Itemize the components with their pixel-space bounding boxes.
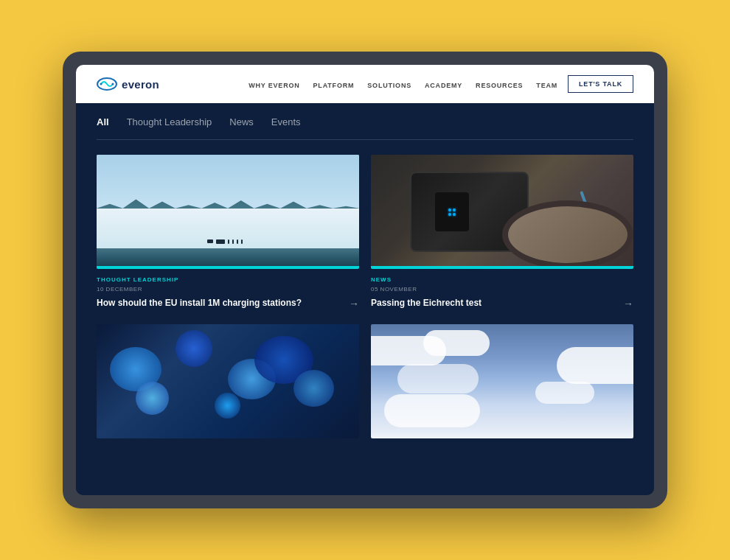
card-image-clouds xyxy=(371,324,633,438)
nav-item-academy[interactable]: ACADEMY xyxy=(425,77,462,91)
card-meta-1: THOUGHT LEADERSHIP 10 DECEMBER How shoul… xyxy=(97,269,359,312)
card-image-winter xyxy=(97,155,359,269)
everon-logo-icon xyxy=(97,77,117,91)
card-title-1: How should the EU install 1M charging st… xyxy=(97,297,302,309)
svg-point-1 xyxy=(100,83,102,85)
card-category-2: NEWS xyxy=(371,276,633,283)
card-title-2: Passing the Eichrecht test xyxy=(371,297,482,309)
card-date-2: 05 NOVEMBER xyxy=(371,286,633,293)
device-frame: everon WHY EVERON PLATFORM SOLUTIONS ACA… xyxy=(63,52,667,508)
card-arrow-2[interactable]: → xyxy=(623,298,633,309)
lets-talk-button[interactable]: LET'S TALK xyxy=(568,75,633,93)
screen: everon WHY EVERON PLATFORM SOLUTIONS ACA… xyxy=(76,65,654,495)
card-cells[interactable] xyxy=(97,324,359,438)
nav-item-resources[interactable]: RESOURCES xyxy=(476,77,523,91)
card-title-row-1: How should the EU install 1M charging st… xyxy=(97,297,359,309)
card-meta-2: NEWS 05 NOVEMBER Passing the Eichrecht t… xyxy=(371,269,633,312)
card-date-1: 10 DECEMBER xyxy=(97,286,359,293)
card-clouds[interactable] xyxy=(371,324,633,438)
logo-text: everon xyxy=(122,78,159,91)
cards-grid: THOUGHT LEADERSHIP 10 DECEMBER How shoul… xyxy=(97,155,633,438)
card-news-charger[interactable]: NEWS 05 NOVEMBER Passing the Eichrecht t… xyxy=(371,155,633,312)
main-nav: WHY EVERON PLATFORM SOLUTIONS ACADEMY RE… xyxy=(248,77,557,91)
svg-point-2 xyxy=(112,83,114,85)
content-area: THOUGHT LEADERSHIP 10 DECEMBER How shoul… xyxy=(76,140,654,495)
logo-area[interactable]: everon xyxy=(97,77,159,91)
filter-tab-events[interactable]: Events xyxy=(271,116,301,129)
nav-item-why-everon[interactable]: WHY EVERON xyxy=(248,77,299,91)
card-arrow-1[interactable]: → xyxy=(349,298,359,309)
filter-tab-all[interactable]: All xyxy=(97,116,109,129)
filter-tabs: All Thought Leadership News Events xyxy=(97,116,633,140)
header: everon WHY EVERON PLATFORM SOLUTIONS ACA… xyxy=(76,65,654,103)
card-image-cells xyxy=(97,324,359,438)
card-title-row-2: Passing the Eichrecht test → xyxy=(371,297,633,309)
filter-bar: All Thought Leadership News Events xyxy=(76,103,654,140)
nav-item-platform[interactable]: PLATFORM xyxy=(313,77,355,91)
filter-tab-news[interactable]: News xyxy=(229,116,254,129)
card-image-charger xyxy=(371,155,633,269)
filter-tab-thought-leadership[interactable]: Thought Leadership xyxy=(127,116,212,129)
nav-item-solutions[interactable]: SOLUTIONS xyxy=(367,77,411,91)
card-category-1: THOUGHT LEADERSHIP xyxy=(97,276,359,283)
card-thought-leadership[interactable]: THOUGHT LEADERSHIP 10 DECEMBER How shoul… xyxy=(97,155,359,312)
nav-item-team[interactable]: TEAM xyxy=(536,77,557,91)
